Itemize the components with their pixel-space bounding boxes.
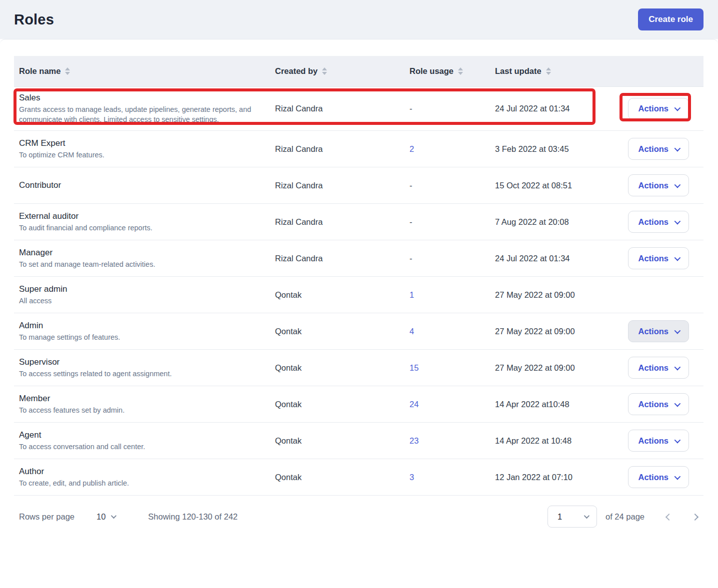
showing-range-text: Showing 120-130 of 242: [148, 512, 238, 522]
role-usage-link[interactable]: 2: [404, 144, 490, 154]
role-name: Agent: [19, 430, 260, 440]
column-label: Last update: [495, 66, 542, 76]
role-name-cell: Agent To access conversation and call ce…: [14, 424, 270, 458]
role-description: To access conversation and call center.: [19, 442, 260, 452]
chevron-down-icon: [674, 364, 681, 370]
sort-icon[interactable]: [65, 67, 70, 75]
table-row-crm-expert: CRM Expert To optimize CRM features. Riz…: [14, 131, 704, 167]
chevron-down-icon: [674, 254, 681, 261]
chevron-right-icon: [692, 513, 698, 520]
sort-icon[interactable]: [546, 67, 551, 75]
table-row-contributor: Contributor Rizal Candra - 15 Oct 2022 a…: [14, 167, 704, 204]
table-header-row: Role name Created by Role usage Last upd…: [14, 56, 704, 87]
page-number-select[interactable]: 1: [548, 506, 597, 528]
sort-icon[interactable]: [322, 67, 327, 75]
actions-cell: Actions: [615, 247, 704, 269]
role-name-cell: External auditor To audit financial and …: [14, 205, 270, 239]
last-update-cell: 12 Jan 2022 at 07:10: [490, 473, 615, 482]
role-usage-link[interactable]: 3: [404, 473, 490, 482]
role-description: Grants access to manage leads, update pi…: [19, 104, 260, 124]
table-row-manager: Manager To set and manage team-related a…: [14, 240, 704, 277]
role-name: Supervisor: [19, 357, 260, 367]
actions-cell: Actions: [615, 174, 704, 196]
column-header-created-by: Created by: [270, 66, 404, 76]
actions-button[interactable]: Actions: [628, 98, 689, 120]
actions-button-label: Actions: [638, 181, 668, 190]
role-usage-cell: -: [404, 181, 490, 190]
chevron-down-icon: [674, 327, 681, 334]
last-update-cell: 24 Jul 2022 at 01:34: [490, 104, 615, 113]
actions-button[interactable]: Actions: [628, 430, 689, 452]
role-name-cell: Contributor: [14, 174, 270, 196]
page-number-value: 1: [558, 512, 562, 522]
actions-button-label: Actions: [638, 254, 668, 263]
role-name: Manager: [19, 248, 260, 258]
rows-per-page-select[interactable]: 10: [96, 512, 115, 522]
column-label: Created by: [275, 66, 318, 76]
table-row-supervisor: Supervisor To access settings related to…: [14, 350, 704, 386]
last-update-cell: 14 Apr 2022 at 10:48: [490, 436, 615, 446]
actions-button[interactable]: Actions: [628, 320, 689, 342]
role-name: Admin: [19, 321, 260, 331]
actions-button-label: Actions: [638, 104, 668, 113]
last-update-cell: 14 Apr 2022 at10:48: [490, 400, 615, 409]
created-by-cell: Qontak: [270, 327, 404, 336]
table-row-super-admin: Super admin All access Qontak 1 27 May 2…: [14, 277, 704, 313]
role-name: Super admin: [19, 284, 260, 294]
role-name: Sales: [19, 93, 260, 103]
actions-cell: Actions: [615, 320, 704, 342]
created-by-cell: Rizal Candra: [270, 181, 404, 190]
role-description: To manage settings of features.: [19, 332, 260, 342]
actions-button[interactable]: Actions: [628, 247, 689, 269]
role-name: Member: [19, 394, 260, 404]
actions-cell: Actions: [615, 430, 704, 452]
create-role-button[interactable]: Create role: [638, 8, 704, 30]
chevron-down-icon: [674, 181, 681, 188]
actions-button[interactable]: Actions: [628, 211, 689, 233]
page-header: Roles Create role: [0, 0, 718, 39]
actions-cell: Actions: [615, 357, 704, 379]
actions-button-label: Actions: [638, 363, 668, 373]
last-update-cell: 7 Aug 2022 at 20:08: [490, 217, 615, 227]
actions-button-label: Actions: [638, 436, 668, 446]
role-usage-link[interactable]: 24: [404, 400, 490, 409]
role-description: To access features set by admin.: [19, 405, 260, 415]
role-usage-link[interactable]: 1: [404, 290, 490, 300]
last-update-cell: 27 May 2022 at 09:00: [490, 327, 615, 336]
created-by-cell: Rizal Candra: [270, 144, 404, 154]
chevron-down-icon: [584, 513, 590, 519]
role-name-cell: CRM Expert To optimize CRM features.: [14, 132, 270, 166]
next-page-button[interactable]: [672, 513, 704, 521]
chevron-down-icon: [674, 145, 681, 151]
role-name-cell: Supervisor To access settings related to…: [14, 351, 270, 385]
actions-button[interactable]: Actions: [628, 393, 689, 415]
previous-page-button[interactable]: [644, 513, 672, 521]
created-by-cell: Qontak: [270, 400, 404, 409]
actions-button[interactable]: Actions: [628, 357, 689, 379]
actions-cell: Actions: [615, 211, 704, 233]
last-update-cell: 3 Feb 2022 at 03:45: [490, 144, 615, 154]
table-row-author: Author To create, edit, and publish arti…: [14, 459, 704, 496]
actions-button[interactable]: Actions: [628, 174, 689, 196]
role-name-cell: Member To access features set by admin.: [14, 388, 270, 421]
role-description: To set and manage team-related activitie…: [19, 259, 260, 269]
role-usage-link[interactable]: 4: [404, 327, 490, 336]
role-description: To access settings related to agent assi…: [19, 369, 260, 379]
table-row-admin: Admin To manage settings of features. Qo…: [14, 313, 704, 350]
role-name-cell: Author To create, edit, and publish arti…: [14, 461, 270, 494]
actions-cell: Actions: [615, 393, 704, 415]
chevron-down-icon: [674, 105, 681, 111]
created-by-cell: Rizal Candra: [270, 217, 404, 227]
chevron-down-icon: [674, 218, 681, 224]
sort-icon[interactable]: [458, 67, 463, 75]
last-update-cell: 24 Jul 2022 at 01:34: [490, 254, 615, 263]
actions-button[interactable]: Actions: [628, 138, 689, 160]
last-update-cell: 27 May 2022 at 09:00: [490, 290, 615, 300]
role-name: Contributor: [19, 180, 260, 190]
last-update-cell: 27 May 2022 at 09:00: [490, 363, 615, 373]
actions-button-label: Actions: [638, 400, 668, 409]
actions-button[interactable]: Actions: [628, 466, 689, 488]
role-usage-link[interactable]: 23: [404, 436, 490, 446]
role-usage-link[interactable]: 15: [404, 363, 490, 373]
column-header-last-update: Last update: [490, 66, 615, 76]
